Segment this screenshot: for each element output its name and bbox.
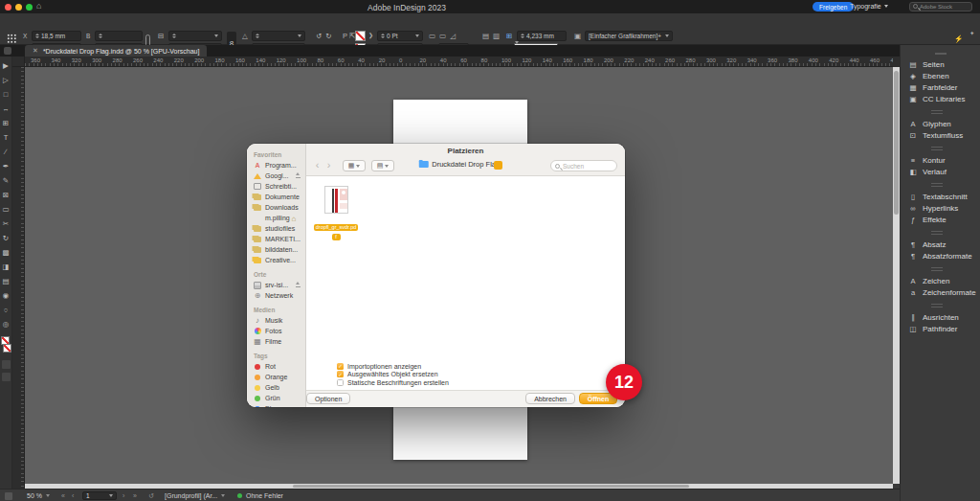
panel-button[interactable]: ¶ Absatz	[908, 239, 980, 250]
reference-point-proxy[interactable]	[7, 34, 16, 43]
file-browser[interactable]: dropfl_gr_svdr.pd f	[306, 176, 625, 390]
dock-grip-icon[interactable]	[935, 53, 947, 55]
zoom-level-dropdown[interactable]: 50 %	[27, 492, 50, 499]
vertical-scrollbar[interactable]	[893, 67, 900, 484]
fill-swatch-none[interactable]	[355, 31, 366, 41]
tool-button[interactable]: ✒	[0, 159, 12, 173]
sidebar-item[interactable]: Fotos	[254, 326, 305, 336]
current-folder-dropdown[interactable]: Druckdatei Drop Flag	[418, 160, 500, 169]
tool-button[interactable]: T	[0, 130, 12, 145]
option-row[interactable]: Ausgewähltes Objekt ersetzen	[337, 371, 449, 378]
horizontal-ruler[interactable]: 3603403203002802602402202001801601401201…	[25, 57, 893, 67]
preflight-menu-icon[interactable]: ↺	[148, 492, 154, 500]
gap-value-field[interactable]: 4,233 mm	[517, 31, 567, 41]
tool-button[interactable]: ▩	[0, 245, 12, 260]
stock-search-field[interactable]	[909, 2, 972, 11]
tool-button[interactable]: ✂	[0, 216, 12, 231]
icon-view-control[interactable]: ▦	[343, 160, 366, 171]
checkbox[interactable]	[337, 379, 344, 386]
panel-button[interactable]: ⊡ Textumfluss	[908, 129, 980, 141]
vertical-ruler[interactable]	[12, 67, 25, 489]
panel-button[interactable]: ∞ Hyperlinks	[908, 202, 980, 214]
sidebar-item[interactable]: studiofiles	[254, 223, 305, 234]
previous-page-icon[interactable]: ‹	[72, 492, 74, 499]
tool-button[interactable]: ⊞	[0, 116, 12, 130]
sidebar-tag-item[interactable]: Gelb	[254, 382, 305, 393]
sidebar-item[interactable]: Netzwerk	[254, 290, 305, 301]
sidebar-tag-item[interactable]: Grün	[254, 393, 305, 403]
text-align-icons[interactable]: ▤▥	[482, 32, 503, 40]
panel-button[interactable]: A Glyphen	[908, 118, 980, 129]
sidebar-item[interactable]: Filme	[254, 336, 305, 347]
next-page-icon[interactable]: ›	[122, 492, 124, 499]
sidebar-item[interactable]: Googl...	[254, 171, 305, 181]
stepper-icon[interactable]	[35, 34, 39, 38]
tool-button[interactable]: ▷	[0, 73, 12, 87]
screen-mode-button[interactable]	[2, 373, 11, 381]
zoom-window-button[interactable]	[26, 4, 33, 11]
close-window-button[interactable]	[5, 4, 11, 11]
sidebar-tag-item[interactable]: Rot	[254, 361, 305, 372]
option-row[interactable]: Importoptionen anzeigen	[337, 362, 449, 370]
tool-button[interactable]: ◉	[0, 288, 12, 303]
apply-color-button[interactable]	[2, 360, 11, 369]
panel-button[interactable]: ▤ Seiten	[908, 58, 980, 70]
preview-mode-icon[interactable]	[5, 492, 12, 500]
options-button[interactable]: Optionen	[306, 393, 350, 404]
panel-button[interactable]: ∥ Ausrichten	[908, 311, 980, 323]
eject-icon[interactable]	[295, 172, 301, 179]
tool-button[interactable]: ▶	[0, 58, 12, 73]
home-icon[interactable]: ⌂	[36, 1, 41, 11]
page-number-field[interactable]: 1	[82, 491, 117, 500]
sidebar-item[interactable]: bilddaten...	[254, 244, 305, 255]
share-button[interactable]: Freigeben	[813, 2, 854, 11]
checkbox[interactable]	[337, 363, 344, 370]
sidebar-item[interactable]: MARKETI...	[254, 234, 305, 244]
stroke-weight-field[interactable]: 0 Pt	[377, 31, 423, 41]
tool-button[interactable]: ◎	[0, 317, 12, 331]
search-input[interactable]	[563, 163, 612, 170]
preflight-profile-dropdown[interactable]: [Grundprofil] (Ar...	[165, 492, 225, 499]
sidebar-item[interactable]: m.pilling	[254, 213, 305, 223]
panel-button[interactable]: A Zeichen	[908, 275, 980, 286]
panel-button[interactable]: ▯ Textabschnitt	[908, 191, 980, 202]
stepper-icon[interactable]	[172, 34, 176, 38]
group-view-control[interactable]: ▤	[371, 160, 394, 171]
panel-button[interactable]: ◈ Ebenen	[908, 70, 980, 81]
stock-search-input[interactable]	[920, 4, 968, 10]
file-item-selected[interactable]: dropfl_gr_svdr.pd f	[310, 186, 362, 240]
eject-icon[interactable]	[295, 282, 301, 288]
tool-button[interactable]: ▭	[0, 202, 12, 216]
fill-stroke-swatches[interactable]	[0, 335, 12, 356]
first-page-icon[interactable]: «	[61, 492, 65, 499]
workspace-switch-icon[interactable]	[4, 47, 11, 55]
horizontal-scrollbar-thumb[interactable]	[293, 485, 689, 488]
object-style-dropdown[interactable]: [Einfacher Grafikrahmen]+	[585, 31, 673, 41]
panel-button[interactable]: ▣ CC Libraries	[908, 93, 980, 104]
stepper-icon[interactable]	[256, 34, 259, 38]
last-page-icon[interactable]: »	[133, 492, 137, 499]
tool-button[interactable]: ⊠	[0, 188, 12, 202]
tool-button[interactable]: ▤	[0, 274, 12, 288]
fill-flyout-icon[interactable]: ❯	[368, 32, 373, 38]
sidebar-item[interactable]: Downloads	[254, 202, 305, 213]
sidebar-item[interactable]: Dokumente	[254, 192, 305, 202]
x-position-field[interactable]: 18,5 mm	[32, 31, 81, 41]
width-field[interactable]	[95, 31, 143, 41]
tool-button[interactable]: ✎	[0, 173, 12, 188]
document-tab[interactable]: ✕ *Druckdatei Drop Flag.indd @ 50 % [GPU…	[25, 45, 207, 57]
workspace-menu[interactable]: Typografie	[850, 3, 888, 10]
tool-button[interactable]: ↻	[0, 231, 12, 245]
tool-button[interactable]: ◨	[0, 260, 12, 274]
panel-button[interactable]: ¶ Absatzformate	[908, 250, 980, 262]
tool-button[interactable]: ∕	[0, 145, 12, 159]
sidebar-tag-item[interactable]: Blau	[254, 403, 305, 407]
minimize-window-button[interactable]	[15, 4, 22, 11]
panel-button[interactable]: ▦ Farbfelder	[908, 81, 980, 93]
rotation-angle-field[interactable]	[252, 31, 305, 41]
rotate-flip-icons[interactable]: ↺↻	[316, 32, 336, 40]
tool-button[interactable]: ↔	[0, 102, 12, 116]
option-row[interactable]: Statische Beschriftungen erstellen	[337, 378, 449, 386]
stepper-icon[interactable]	[381, 34, 385, 38]
panel-button[interactable]: ≡ Kontur	[908, 154, 980, 166]
